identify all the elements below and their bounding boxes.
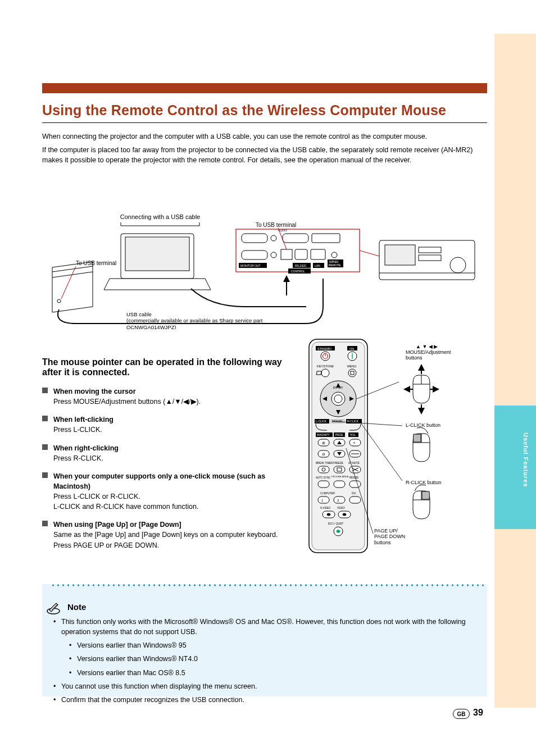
svg-text:PICTURE MODE: PICTURE MODE [331, 475, 349, 478]
note-pencil-icon [46, 600, 61, 614]
side-section-label: Useful Features [521, 432, 529, 511]
svg-point-113 [327, 513, 330, 516]
svg-text:▲ ▼ ◀ ▶: ▲ ▼ ◀ ▶ [416, 344, 438, 349]
svg-text:+: + [353, 440, 356, 445]
remote-illustration: STANDBY ON KEYSTONE MENU ENTER L-CLICK M… [303, 337, 483, 556]
note-dots [51, 584, 484, 589]
step-move-label: When moving the cursor [53, 388, 136, 395]
svg-rect-15 [295, 249, 307, 259]
svg-marker-122 [418, 364, 425, 371]
step-left-desc: Press L-CLICK. [53, 426, 102, 434]
projector-icon [379, 240, 475, 280]
svg-point-17 [331, 252, 337, 258]
step-move-cursor: When moving the cursor Press MOUSE/Adjus… [42, 386, 284, 407]
bullet-square-icon [42, 444, 48, 450]
svg-text:⊖: ⊖ [322, 452, 325, 456]
step-page-label: When using [Page Up] or [Page Down] [53, 521, 181, 529]
step-left-label: When left-clicking [53, 416, 113, 423]
annot-mouse-buttons: ▲ ▼ ◀ ▶ MOUSE/Adjustment buttons [357, 344, 467, 415]
diagram-connecting-label: Connecting with a USB cable [120, 213, 200, 220]
svg-text:REMOTE: REMOTE [329, 263, 341, 267]
svg-rect-14 [281, 249, 292, 259]
svg-rect-101 [334, 481, 345, 488]
svg-text:KEYSTONE: KEYSTONE [317, 365, 334, 368]
step-right-click: When right-clicking Press R-CLICK. [42, 443, 284, 463]
svg-rect-11 [312, 234, 340, 243]
step-page-updown: When using [Page Up] or [Page Down] Same… [42, 520, 284, 550]
intro-line-2: If the computer is placed too far away f… [42, 145, 487, 165]
note-item-1: This function only works with the Micros… [53, 617, 476, 637]
svg-rect-1 [125, 237, 189, 271]
step-page-desc: Same as the [Page Up] and [Page Down] ke… [53, 531, 278, 539]
svg-text:STANDBY: STANDBY [317, 347, 332, 350]
svg-point-8 [271, 235, 276, 241]
svg-point-115 [343, 513, 346, 516]
svg-rect-36 [419, 247, 441, 253]
side-highlight [494, 406, 536, 529]
svg-text:L-CLICK button: L-CLICK button [406, 422, 440, 428]
svg-text:RESIZE: RESIZE [349, 476, 358, 479]
svg-rect-9 [283, 234, 308, 243]
svg-text:FREEZE: FREEZE [333, 462, 343, 464]
svg-rect-90 [318, 466, 329, 473]
svg-text:LAN: LAN [315, 264, 320, 267]
svg-rect-102 [349, 481, 361, 488]
svg-rect-33 [385, 245, 415, 265]
bullet-square-icon [42, 388, 48, 393]
note-title: Note [67, 602, 86, 612]
svg-rect-7 [242, 234, 267, 243]
svg-text:CONTROL: CONTROL [291, 270, 305, 273]
svg-text:ECO / QUIET: ECO / QUIET [328, 522, 344, 525]
svg-text:MENU: MENU [347, 365, 356, 368]
step-one-button-mouse: When your computer supports only a one-c… [42, 471, 284, 512]
svg-point-54 [348, 369, 356, 377]
step-onebtn-label: When your computer supports only a one-c… [53, 472, 265, 490]
intro-line-1: When connecting the projector and the co… [42, 131, 487, 142]
svg-line-38 [360, 251, 379, 256]
svg-text:BREAK TIMER: BREAK TIMER [316, 462, 333, 464]
page-number: 39 [473, 708, 483, 718]
svg-text:MONITOR OUT: MONITOR OUT [240, 264, 260, 267]
step-right-label: When right-clicking [53, 444, 119, 452]
svg-text:R-CLICK button: R-CLICK button [406, 480, 442, 485]
svg-text:VIDEO: VIDEO [337, 507, 346, 509]
connection-diagram: Connecting with a USB cable To USB termi… [42, 211, 487, 329]
svg-text:PAGE: PAGE [335, 433, 343, 436]
svg-text:COMPUTER: COMPUTER [320, 492, 335, 495]
svg-rect-109 [349, 497, 361, 503]
svg-text:S-VIDEO: S-VIDEO [320, 507, 331, 509]
note-item-3: Confirm that the computer recognizes the… [53, 695, 476, 705]
svg-rect-107 [334, 497, 345, 503]
step-onebtn-desc: Press L-CLICK or R-CLICK. [53, 493, 140, 500]
step-left-click: When left-clicking Press L-CLICK. [42, 415, 284, 435]
side-tab [494, 34, 536, 708]
bullet-square-icon [42, 472, 48, 478]
svg-text:ENTER: ENTER [333, 386, 343, 389]
svg-text:RS-232C: RS-232C [295, 264, 307, 267]
diagram-usb-pc-label: To USB terminal [76, 260, 116, 266]
bullet-square-icon [42, 521, 48, 526]
svg-marker-30 [283, 275, 290, 282]
bullet-square-icon [42, 416, 48, 421]
svg-rect-105 [318, 497, 329, 503]
step-page-desc2: Press PAGE UP or PAGE DOWN. [53, 541, 159, 549]
svg-text:VOL: VOL [350, 433, 356, 436]
svg-point-51 [321, 369, 329, 377]
svg-marker-126 [403, 386, 410, 393]
svg-text:⊕: ⊕ [322, 441, 325, 445]
svg-text:AV MUTE: AV MUTE [348, 462, 360, 464]
page-region-badge: GB [453, 709, 470, 719]
step-right-desc: Press R-CLICK. [53, 454, 103, 462]
svg-rect-37 [419, 255, 441, 261]
svg-text:L-CLICK: L-CLICK [316, 420, 327, 423]
step-onebtn-desc2: L-CLICK and R-CLICK have common function… [53, 503, 198, 511]
annot-rclick: R-CLICK button [360, 421, 442, 519]
svg-marker-124 [418, 408, 425, 415]
intro-block: When connecting the projector and the co… [42, 131, 487, 165]
operation-steps: The mouse pointer can be operated in the… [42, 357, 284, 558]
step-move-desc: Press MOUSE/Adjustment buttons (▲/▼/◀/▶)… [53, 398, 201, 406]
note-item-1b: Versions earlier than Windows® NT4.0 [69, 654, 476, 664]
page-title: Using the Remote Control as the Wireless… [42, 102, 487, 119]
svg-text:MAGNIFY: MAGNIFY [317, 433, 330, 436]
svg-rect-16 [311, 249, 325, 259]
